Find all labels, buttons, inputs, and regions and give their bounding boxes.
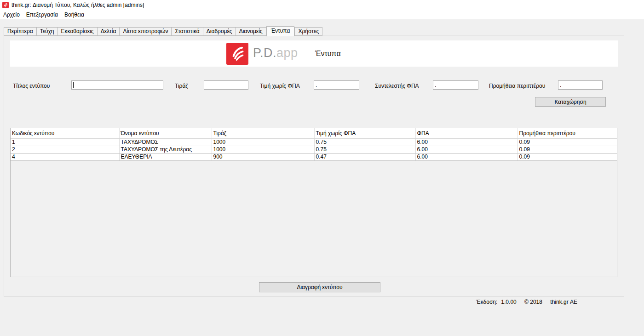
menu-help[interactable]: Βοήθεια xyxy=(61,11,87,19)
publication-title-field[interactable] xyxy=(71,80,163,90)
vat-rate-field[interactable] xyxy=(433,80,478,90)
column-header[interactable]: Τιμή χωρίς ΦΠΑ xyxy=(314,128,415,138)
company-name: think.gr ΑΕ xyxy=(550,299,577,305)
tab-9[interactable]: Χρήστες xyxy=(294,27,322,36)
table-cell: ΕΛΕΥΘΕΡΙΑ xyxy=(119,153,212,160)
tab-2[interactable]: Εκκαθαρίσεις xyxy=(58,27,98,36)
table-cell: 4 xyxy=(11,153,119,160)
table-cell: 2 xyxy=(11,146,119,153)
tab-8-selected[interactable]: Έντυπα xyxy=(266,26,295,36)
column-header[interactable]: Κωδικός εντύπου xyxy=(11,128,119,138)
version-value: 1.0.00 xyxy=(501,299,516,305)
tab-4[interactable]: Λίστα επιστροφών xyxy=(120,27,172,36)
table-header-row: Κωδικός εντύπουΌνομα εντύπουΤιράζΤιμή χω… xyxy=(11,128,617,138)
tab-3[interactable]: Δελτία xyxy=(98,27,120,36)
tab-5[interactable]: Στατιστικά xyxy=(172,27,203,36)
table-cell: 1 xyxy=(11,138,119,146)
table-cell: 0.09 xyxy=(518,153,617,160)
menu-file[interactable]: Αρχείο xyxy=(0,11,23,19)
column-header[interactable]: Τιράζ xyxy=(212,128,314,138)
table-cell: 0.09 xyxy=(518,146,617,153)
logo-text: P.D.app xyxy=(253,46,298,60)
table-cell: 0.09 xyxy=(518,138,617,146)
window-title: think.gr: Διανομή Τύπου, Καλώς ήλθες adm… xyxy=(12,2,144,8)
submit-button[interactable]: Καταχώρηση xyxy=(535,97,606,107)
table-cell: 6.00 xyxy=(415,138,518,146)
table-cell: 0.47 xyxy=(314,153,415,160)
wing-logo-icon xyxy=(226,43,248,65)
table-row[interactable]: 4ΕΛΕΥΘΕΡΙΑ9000.476.000.09 xyxy=(11,153,617,160)
table-cell: 900 xyxy=(212,153,314,160)
version-label: Έκδοση: xyxy=(476,299,497,305)
circulation-field[interactable] xyxy=(204,80,248,90)
table-cell: 6.00 xyxy=(415,153,518,160)
publications-panel: P.D.app Έντυπα Τίτλος εντύπου Τιράζ Τιμή… xyxy=(4,35,624,296)
table-cell: 1000 xyxy=(212,146,314,153)
column-header[interactable]: Προμήθεια περιπτέρου xyxy=(518,128,617,138)
text-caret xyxy=(73,82,74,88)
circulation-label: Τιράζ xyxy=(175,82,188,90)
menu-edit[interactable]: Επεξεργασία xyxy=(23,11,61,19)
header-band: P.D.app Έντυπα xyxy=(10,40,618,67)
price-ex-vat-label: Τιμή χωρίς ΦΠΑ xyxy=(260,82,300,90)
publications-table[interactable]: Κωδικός εντύπουΌνομα εντύπουΤιράζΤιμή χω… xyxy=(10,128,617,277)
kiosk-commission-label: Προμήθεια περιπτέρου xyxy=(489,82,545,90)
kiosk-commission-field[interactable] xyxy=(558,80,603,90)
tab-6[interactable]: Διαδρομές xyxy=(203,27,236,36)
menu-bar: Αρχείο Επεξεργασία Βοήθεια xyxy=(0,10,644,19)
column-header[interactable]: ΦΠΑ xyxy=(415,128,518,138)
price-ex-vat-field[interactable] xyxy=(314,80,359,90)
table-cell: 6.00 xyxy=(415,146,518,153)
footer: Έκδοση:1.0.00 © 2018 think.gr ΑΕ xyxy=(0,299,577,306)
app-wing-icon xyxy=(2,2,9,8)
tab-strip: ΠερίπτεραΤεύχηΕκκαθαρίσειςΔελτίαΛίστα επ… xyxy=(4,26,322,36)
tab-0[interactable]: Περίπτερα xyxy=(4,27,37,36)
table-cell: 0.75 xyxy=(314,146,415,153)
title-bar: think.gr: Διανομή Τύπου, Καλώς ήλθες adm… xyxy=(0,0,644,10)
tab-1[interactable]: Τεύχη xyxy=(37,27,58,36)
table-cell: 1000 xyxy=(212,138,314,146)
delete-publication-button[interactable]: Διαγραφή εντύπου xyxy=(259,282,380,292)
page-title: Έντυπα xyxy=(315,50,341,58)
tab-7[interactable]: Διανομείς xyxy=(236,27,266,36)
table-row[interactable]: 1ΤΑΧΥΔΡΟΜΟΣ10000.756.000.09 xyxy=(11,138,617,146)
column-header[interactable]: Όνομα εντύπου xyxy=(119,128,212,138)
vat-rate-label: Συντελεστής ΦΠΑ xyxy=(375,82,419,90)
table-cell: ΤΑΧΥΔΡΟΜΟΣ της Δευτέρας xyxy=(119,146,212,153)
table-cell: ΤΑΧΥΔΡΟΜΟΣ xyxy=(119,138,212,146)
table-cell: 0.75 xyxy=(314,138,415,146)
logo-suffix: app xyxy=(276,46,298,60)
publication-title-label: Τίτλος εντύπου xyxy=(13,82,50,90)
copyright: © 2018 xyxy=(524,299,542,305)
logo-main: P.D. xyxy=(253,46,276,60)
table-body: 1ΤΑΧΥΔΡΟΜΟΣ10000.756.000.092ΤΑΧΥΔΡΟΜΟΣ τ… xyxy=(11,138,617,160)
table-row[interactable]: 2ΤΑΧΥΔΡΟΜΟΣ της Δευτέρας10000.756.000.09 xyxy=(11,146,617,153)
